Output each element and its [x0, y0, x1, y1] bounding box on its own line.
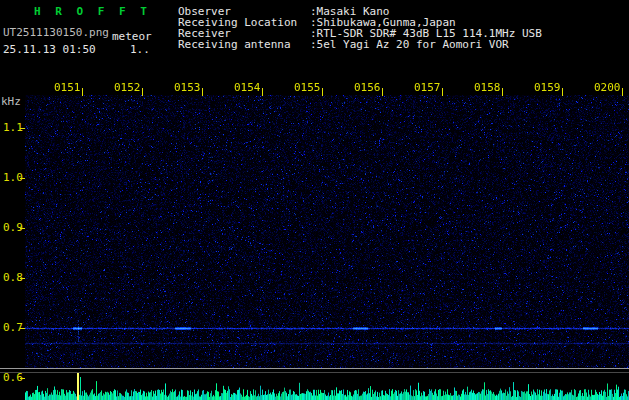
output-filename: UT2511130150.png [3, 27, 109, 39]
x-tick-mark [262, 88, 263, 96]
signal-level-canvas [25, 373, 629, 400]
x-tick-label: 0157 [414, 82, 441, 94]
y-tick-mark [20, 278, 25, 279]
y-tick-mark [20, 378, 25, 379]
x-tick-mark [382, 88, 383, 96]
info-label: Receiving antenna [178, 39, 291, 51]
x-tick-label: 0156 [354, 82, 381, 94]
x-tick-label: 0151 [54, 82, 81, 94]
x-tick-label: 0153 [174, 82, 201, 94]
x-tick-mark [322, 88, 323, 96]
mode-label: meteor [112, 31, 152, 43]
y-axis-unit: kHz [1, 96, 21, 108]
x-tick-label: 0152 [114, 82, 141, 94]
x-tick-mark [82, 88, 83, 96]
x-tick-mark [202, 88, 203, 96]
x-tick-mark [562, 88, 563, 96]
hrofft-output: H R O F F T UT2511130150.png meteor 25.1… [0, 0, 629, 400]
x-tick-label: 0155 [294, 82, 321, 94]
x-tick-mark [442, 88, 443, 96]
spectrogram-canvas [25, 95, 629, 368]
y-tick-mark [20, 128, 25, 129]
y-tick-mark [20, 178, 25, 179]
app-title: H R O F F T [34, 6, 151, 18]
page-counter: 1.. [130, 44, 150, 56]
x-tick-label: 0154 [234, 82, 261, 94]
x-tick-label: 0158 [474, 82, 501, 94]
x-tick-label: 0159 [534, 82, 561, 94]
x-tick-mark [502, 88, 503, 96]
y-tick-mark [20, 228, 25, 229]
x-tick-mark [142, 88, 143, 96]
x-tick-label: 0200 [594, 82, 621, 94]
observation-datetime: 25.11.13 01:50 [3, 44, 96, 56]
info-value: :5el Yagi Az 20 for Aomori VOR [310, 39, 509, 51]
x-tick-mark [622, 88, 623, 96]
separator-line-top [0, 368, 629, 369]
y-tick-mark [20, 328, 25, 329]
separator-line-bottom [0, 372, 629, 373]
